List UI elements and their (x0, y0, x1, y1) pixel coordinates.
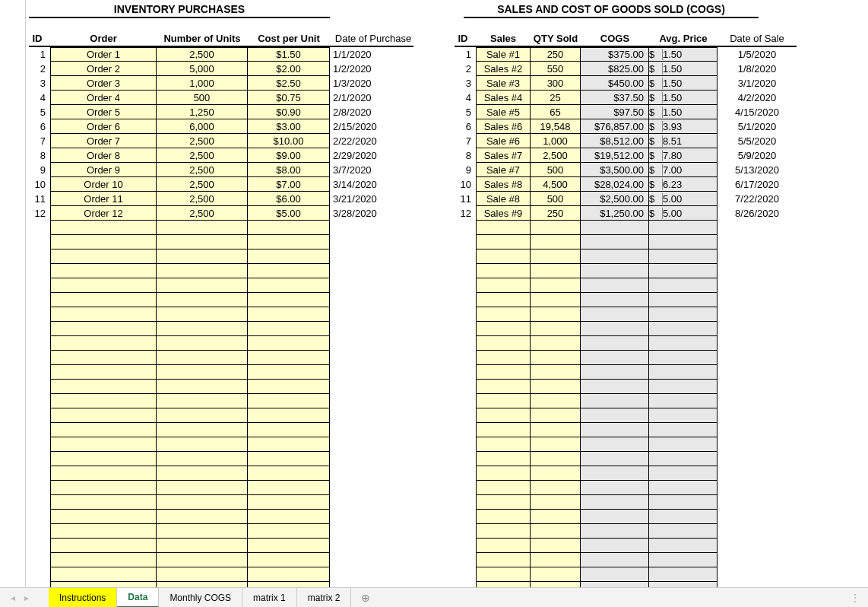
cell-qty[interactable] (531, 567, 581, 582)
table-row[interactable]: 3Sale #3300$450.00$1.503/1/2020 (455, 76, 797, 91)
cell-sale[interactable] (476, 437, 531, 452)
cell-order[interactable] (50, 567, 157, 582)
cell-qty[interactable] (531, 380, 581, 394)
cell-cogs[interactable]: $825.00 (581, 62, 649, 76)
cell-cogs[interactable]: $37.50 (581, 91, 649, 105)
cell-cost[interactable] (248, 553, 330, 567)
table-row[interactable] (455, 408, 797, 423)
cell-date-sale[interactable]: 4/2/2020 (718, 91, 797, 105)
table-row[interactable] (29, 221, 413, 235)
cell-cost[interactable] (248, 452, 330, 466)
cell-date-purchase[interactable] (330, 307, 413, 322)
cell-id[interactable]: 6 (29, 119, 50, 134)
cell-date-purchase[interactable]: 3/21/2020 (330, 192, 413, 206)
cell-units[interactable]: 2,500 (157, 134, 248, 148)
cell-sale[interactable] (476, 235, 531, 249)
cell-qty[interactable] (531, 524, 581, 539)
cell-cost[interactable] (248, 380, 330, 394)
cell-avg[interactable] (649, 264, 718, 278)
cell-cogs[interactable] (581, 307, 649, 322)
cell-sale[interactable]: Sales #6 (476, 119, 531, 134)
cell-units[interactable] (157, 264, 248, 278)
cell-id[interactable] (455, 278, 476, 293)
cell-id[interactable] (29, 437, 50, 452)
cell-units[interactable] (157, 466, 248, 481)
cell-units[interactable]: 2,500 (157, 148, 248, 163)
cell-date-sale[interactable] (718, 307, 797, 322)
cell-date-purchase[interactable] (330, 221, 413, 235)
cell-avg[interactable] (649, 466, 718, 481)
cell-sale[interactable] (476, 278, 531, 293)
cell-date-sale[interactable] (718, 423, 797, 437)
cell-id[interactable]: 7 (29, 134, 50, 148)
cell-id[interactable]: 12 (29, 206, 50, 221)
cell-avg[interactable] (649, 423, 718, 437)
cell-avg[interactable] (649, 365, 718, 380)
cell-date-purchase[interactable] (330, 553, 413, 567)
cell-qty[interactable] (531, 423, 581, 437)
cell-qty[interactable] (531, 481, 581, 495)
table-row[interactable] (29, 437, 413, 452)
cell-date-sale[interactable] (718, 524, 797, 539)
cell-date-purchase[interactable] (330, 394, 413, 408)
cell-avg[interactable]: $5.00 (649, 206, 718, 221)
cell-sale[interactable]: Sales #7 (476, 148, 531, 163)
table-row[interactable] (29, 466, 413, 481)
table-row[interactable] (29, 235, 413, 249)
table-row[interactable]: 6Order 66,000$3.002/15/2020 (29, 119, 413, 134)
cell-cost[interactable]: $2.50 (248, 76, 330, 91)
table-row[interactable] (29, 394, 413, 408)
cell-avg[interactable] (649, 539, 718, 553)
table-row[interactable]: 2Order 25,000$2.001/2/2020 (29, 62, 413, 76)
cell-id[interactable] (29, 481, 50, 495)
cell-cost[interactable] (248, 278, 330, 293)
cell-units[interactable] (157, 380, 248, 394)
cell-order[interactable]: Order 4 (50, 91, 157, 105)
cell-id[interactable]: 12 (455, 206, 476, 221)
table-row[interactable] (455, 322, 797, 336)
cell-date-sale[interactable] (718, 336, 797, 351)
cell-units[interactable] (157, 322, 248, 336)
table-row[interactable]: 9Sale #7500$3,500.00$7.005/13/2020 (455, 163, 797, 177)
cell-cogs[interactable] (581, 322, 649, 336)
cell-id[interactable]: 5 (29, 105, 50, 119)
cell-sale[interactable] (476, 221, 531, 235)
cell-cogs[interactable]: $97.50 (581, 105, 649, 119)
table-row[interactable] (455, 249, 797, 264)
cell-cogs[interactable] (581, 264, 649, 278)
cell-id[interactable] (455, 394, 476, 408)
cell-units[interactable]: 6,000 (157, 119, 248, 134)
cell-order[interactable] (50, 380, 157, 394)
cell-id[interactable]: 10 (455, 177, 476, 192)
cell-id[interactable] (29, 510, 50, 524)
cell-date-purchase[interactable]: 3/7/2020 (330, 163, 413, 177)
cell-cogs[interactable]: $76,857.00 (581, 119, 649, 134)
cell-id[interactable] (29, 322, 50, 336)
cell-id[interactable]: 2 (29, 62, 50, 76)
cell-cogs[interactable]: $19,512.00 (581, 148, 649, 163)
cell-id[interactable]: 1 (29, 47, 50, 62)
cell-avg[interactable] (649, 553, 718, 567)
cell-cost[interactable] (248, 423, 330, 437)
cell-order[interactable] (50, 336, 157, 351)
cell-order[interactable] (50, 264, 157, 278)
cell-qty[interactable] (531, 408, 581, 423)
cell-cost[interactable] (248, 408, 330, 423)
cell-date-purchase[interactable] (330, 452, 413, 466)
table-row[interactable]: 9Order 92,500$8.003/7/2020 (29, 163, 413, 177)
table-row[interactable] (29, 365, 413, 380)
table-row[interactable] (455, 380, 797, 394)
cell-cogs[interactable] (581, 495, 649, 510)
table-row[interactable]: 3Order 31,000$2.501/3/2020 (29, 76, 413, 91)
table-row[interactable] (455, 221, 797, 235)
cell-date-purchase[interactable]: 3/28/2020 (330, 206, 413, 221)
cell-order[interactable] (50, 495, 157, 510)
table-row[interactable] (29, 495, 413, 510)
table-row[interactable] (29, 351, 413, 365)
table-row[interactable]: 11Sale #8500$2,500.00$5.007/22/2020 (455, 192, 797, 206)
cell-cogs[interactable]: $2,500.00 (581, 192, 649, 206)
table-row[interactable]: 4Sales #425$37.50$1.504/2/2020 (455, 91, 797, 105)
cell-id[interactable] (455, 293, 476, 307)
cell-cogs[interactable] (581, 437, 649, 452)
cell-date-purchase[interactable]: 2/22/2020 (330, 134, 413, 148)
